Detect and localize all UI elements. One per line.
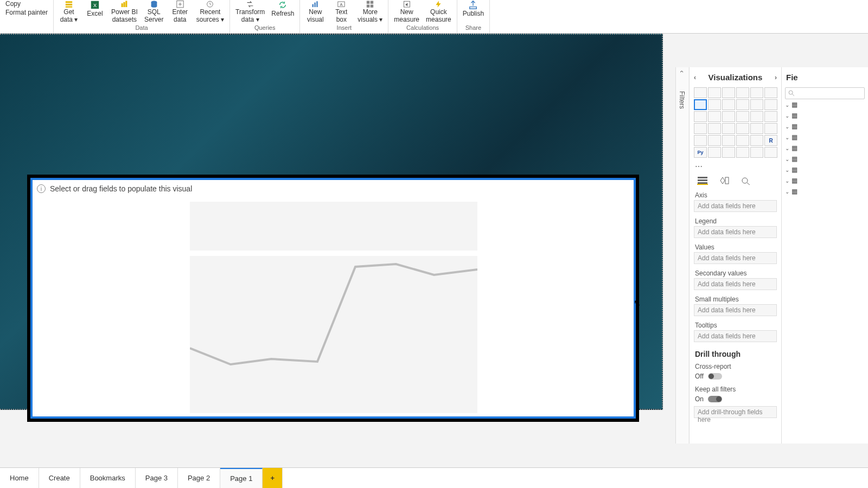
viz-100-bar[interactable] — [750, 87, 763, 98]
viz-line-stacked-column[interactable] — [736, 99, 749, 110]
fields-search[interactable] — [785, 87, 865, 99]
table-row[interactable]: ⌄▦ — [782, 143, 868, 153]
viz-filled-map[interactable] — [708, 123, 721, 134]
viz-multi-card[interactable] — [694, 135, 707, 146]
tab-page-2[interactable]: Page 2 — [178, 468, 220, 488]
viz-shape-map[interactable] — [722, 123, 735, 134]
viz-stacked-column[interactable] — [708, 87, 721, 98]
viz-clustered-bar[interactable] — [722, 87, 735, 98]
table-row[interactable]: ⌄▦ — [782, 186, 868, 197]
line-chart-visual[interactable]: i Select or drag fields to populate this… — [30, 178, 636, 419]
tab-page-3[interactable]: Page 3 — [136, 468, 178, 488]
viz-funnel[interactable] — [708, 111, 721, 122]
viz-clustered-column[interactable] — [736, 87, 749, 98]
svg-rect-15 — [317, 1, 318, 7]
sql-server-button[interactable]: SQL Server — [141, 0, 167, 24]
tooltips-well[interactable]: Add data fields here — [694, 330, 777, 342]
refresh-button[interactable]: Refresh — [268, 0, 297, 24]
small-multiples-label: Small multiples — [690, 293, 781, 304]
viz-smart-narrative[interactable] — [750, 147, 763, 158]
viz-waterfall[interactable] — [694, 111, 707, 122]
enter-data-button[interactable]: Enter data — [167, 0, 193, 24]
table-row[interactable]: ⌄▦ — [782, 121, 868, 132]
viz-stacked-bar[interactable] — [694, 87, 707, 98]
small-multiples-well[interactable]: Add data fields here — [694, 304, 777, 316]
viz-r-script[interactable]: R — [764, 135, 777, 146]
excel-button[interactable]: XExcel — [82, 0, 108, 24]
viz-pie[interactable] — [736, 111, 749, 122]
tab-page-1[interactable]: Page 1 — [220, 468, 263, 488]
values-well[interactable]: Add data fields here — [694, 252, 777, 264]
tab-bookmarks[interactable]: Bookmarks — [80, 468, 136, 488]
viz-qa[interactable] — [736, 147, 749, 158]
tab-create[interactable]: Create — [39, 468, 80, 488]
ribbon-group-data: Get data ▾ XExcel Power BI datasets SQL … — [54, 0, 230, 33]
viz-stacked-area[interactable] — [722, 99, 735, 110]
table-row[interactable]: ⌄▦ — [782, 132, 868, 143]
viz-treemap[interactable] — [764, 111, 777, 122]
viz-slicer[interactable] — [722, 135, 735, 146]
chevron-down-icon: ⌄ — [785, 156, 789, 162]
viz-line-clustered-column[interactable] — [750, 99, 763, 110]
viz-python[interactable]: Py — [694, 147, 707, 158]
table-row[interactable]: ⌄▦ — [782, 153, 868, 164]
ribbon-group-insert: New visual AText box More visuals ▾ Inse… — [300, 0, 388, 33]
chevron-left-icon[interactable]: ‹ — [678, 70, 686, 73]
legend-well[interactable]: Add data fields here — [694, 226, 777, 238]
drill-through-well[interactable]: Add drill-through fields here — [694, 406, 777, 418]
viz-kpi[interactable] — [708, 135, 721, 146]
viz-ribbon[interactable] — [764, 99, 777, 110]
viz-gauge[interactable] — [750, 123, 763, 134]
viz-azure-map[interactable] — [736, 123, 749, 134]
cross-report-toggle[interactable] — [708, 373, 722, 380]
transform-data-button[interactable]: Transform data ▾ — [232, 0, 268, 24]
viz-paginated[interactable] — [764, 147, 777, 158]
table-row[interactable]: ⌄▦ — [782, 175, 868, 186]
filters-pane-collapsed[interactable]: ‹ Filters — [675, 67, 688, 444]
keep-filters-toggle[interactable] — [708, 396, 722, 402]
viz-card[interactable] — [764, 123, 777, 134]
add-page-button[interactable]: + — [263, 468, 283, 488]
chevron-left-icon[interactable]: ‹ — [694, 74, 696, 81]
powerbi-datasets-button[interactable]: Power BI datasets — [108, 0, 141, 24]
viz-line-chart[interactable] — [694, 99, 707, 110]
secondary-well[interactable]: Add data fields here — [694, 278, 777, 290]
svg-rect-26 — [698, 182, 707, 184]
visual-container[interactable]: i Select or drag fields to populate this… — [27, 175, 639, 422]
new-measure-button[interactable]: ⚟New measure — [391, 0, 423, 24]
fields-tab-icon[interactable] — [697, 176, 708, 185]
tab-home[interactable]: Home — [0, 468, 39, 488]
more-visuals-button[interactable]: More visuals ▾ — [354, 0, 386, 24]
viz-table[interactable] — [736, 135, 749, 146]
chevron-right-icon[interactable]: › — [775, 74, 777, 81]
text-box-button[interactable]: AText box — [328, 0, 354, 24]
viz-decomposition[interactable] — [722, 147, 735, 158]
format-painter-button[interactable]: Format painter — [5, 9, 48, 16]
svg-rect-19 — [371, 1, 373, 4]
copy-button[interactable]: Copy — [5, 0, 48, 8]
axis-well[interactable]: Add data fields here — [694, 200, 777, 212]
table-row[interactable]: ⌄▦ — [782, 99, 868, 110]
svg-point-10 — [151, 5, 157, 8]
recent-sources-button[interactable]: Recent sources ▾ — [193, 0, 227, 24]
viz-map[interactable] — [694, 123, 707, 134]
viz-area-chart[interactable] — [708, 99, 721, 110]
viz-more-button[interactable]: ⋯ — [690, 161, 781, 174]
svg-rect-7 — [126, 1, 127, 8]
quick-measure-button[interactable]: Quick measure — [423, 0, 455, 24]
get-data-button[interactable]: Get data ▾ — [56, 0, 82, 24]
viz-donut[interactable] — [750, 111, 763, 122]
viz-matrix[interactable] — [750, 135, 763, 146]
viz-scatter[interactable] — [722, 111, 735, 122]
report-canvas[interactable]: i Select or drag fields to populate this… — [0, 34, 663, 410]
ribbon-group-share: Publish Share — [457, 0, 490, 33]
table-row[interactable]: ⌄▦ — [782, 110, 868, 121]
format-tab-icon[interactable] — [719, 176, 730, 185]
ribbon-label-insert: Insert — [337, 24, 352, 31]
new-visual-button[interactable]: New visual — [302, 0, 328, 24]
viz-100-column[interactable] — [764, 87, 777, 98]
table-row[interactable]: ⌄▦ — [782, 164, 868, 175]
viz-key-influencers[interactable] — [708, 147, 721, 158]
analytics-tab-icon[interactable] — [741, 176, 751, 185]
publish-button[interactable]: Publish — [459, 0, 487, 24]
